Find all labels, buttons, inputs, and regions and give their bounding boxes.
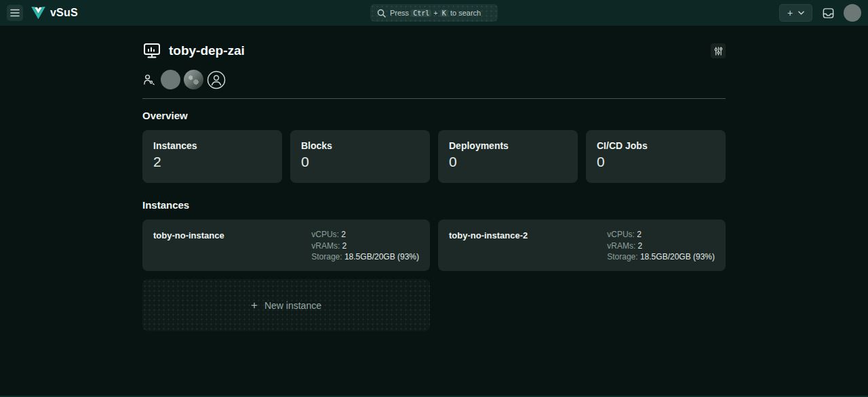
vsus-logo-icon — [31, 7, 45, 20]
stat-label: CI/CD Jobs — [597, 140, 715, 151]
top-navbar: vSuS Press Ctrl + K to search + — [0, 0, 868, 26]
member-avatar-2[interactable] — [184, 70, 203, 89]
filter-sliders-icon — [714, 47, 723, 56]
stat-card-cicd-jobs[interactable]: CI/CD Jobs 0 — [586, 130, 726, 183]
new-resource-button[interactable]: + — [779, 4, 812, 22]
overview-heading: Overview — [142, 110, 726, 121]
plus-icon: + — [251, 299, 258, 312]
stat-card-instances[interactable]: Instances 2 — [142, 130, 282, 183]
stat-label: Instances — [153, 140, 271, 151]
title-row: toby-dep-zai — [142, 42, 726, 60]
inbox-button[interactable] — [820, 5, 836, 21]
spec-vrams: vRAMs: 2 — [607, 241, 715, 252]
stat-value: 2 — [153, 154, 271, 170]
project-page: toby-dep-zai — [142, 26, 726, 331]
stat-value: 0 — [449, 154, 567, 170]
instance-specs: vCPUs: 2 vRAMs: 2 Storage: 18.5GB/20GB (… — [311, 229, 419, 262]
instance-card-2[interactable]: toby-no-instance-2 vCPUs: 2 vRAMs: 2 Sto… — [438, 220, 726, 271]
project-settings-button[interactable] — [711, 43, 726, 58]
kbd-k: K — [440, 9, 448, 17]
instances-heading: Instances — [142, 199, 726, 211]
kbd-ctrl: Ctrl — [411, 9, 431, 17]
user-avatar[interactable] — [844, 4, 861, 22]
stat-card-blocks[interactable]: Blocks 0 — [290, 130, 430, 183]
navbar-actions: + — [779, 4, 861, 22]
team-members-icon — [142, 73, 155, 86]
instance-specs: vCPUs: 2 vRAMs: 2 Storage: 18.5GB/20GB (… — [607, 229, 715, 262]
new-instance-label: New instance — [264, 300, 321, 311]
stat-label: Blocks — [301, 140, 419, 151]
member-avatar-1[interactable] — [161, 70, 180, 89]
plus-icon: + — [787, 7, 793, 18]
stat-value: 0 — [597, 154, 715, 170]
new-instance-button[interactable]: + New instance — [142, 279, 430, 331]
spec-vrams: vRAMs: 2 — [311, 241, 419, 252]
search-input[interactable]: Press Ctrl + K to search — [370, 4, 498, 22]
header-divider — [142, 98, 726, 99]
spec-storage: Storage: 18.5GB/20GB (93%) — [311, 251, 419, 263]
instance-name: toby-no-instance — [153, 229, 224, 262]
stat-card-deployments[interactable]: Deployments 0 — [438, 130, 578, 183]
hamburger-menu-icon — [10, 9, 20, 17]
instances-grid: toby-no-instance vCPUs: 2 vRAMs: 2 Stora… — [142, 220, 726, 271]
hamburger-menu-button[interactable] — [7, 5, 23, 21]
default-member-icon[interactable] — [207, 70, 226, 89]
stat-label: Deployments — [449, 140, 567, 151]
overview-stats-grid: Instances 2 Blocks 0 Deployments 0 CI/CD… — [142, 130, 726, 183]
stat-value: 0 — [301, 154, 419, 170]
project-monitor-icon — [142, 42, 161, 60]
chevron-down-icon — [798, 11, 804, 15]
spec-vcpus: vCPUs: 2 — [311, 229, 419, 241]
instance-card-1[interactable]: toby-no-instance vCPUs: 2 vRAMs: 2 Stora… — [142, 220, 430, 271]
inbox-icon — [822, 7, 835, 20]
brand[interactable]: vSuS — [31, 7, 78, 20]
brand-name: vSuS — [50, 7, 78, 19]
members-row — [142, 70, 726, 89]
search-icon — [377, 9, 386, 18]
search-placeholder: Press Ctrl + K to search — [390, 9, 481, 17]
spec-vcpus: vCPUs: 2 — [607, 229, 715, 241]
page-title: toby-dep-zai — [169, 43, 245, 58]
instance-name: toby-no-instance-2 — [449, 229, 528, 262]
spec-storage: Storage: 18.5GB/20GB (93%) — [607, 251, 715, 263]
